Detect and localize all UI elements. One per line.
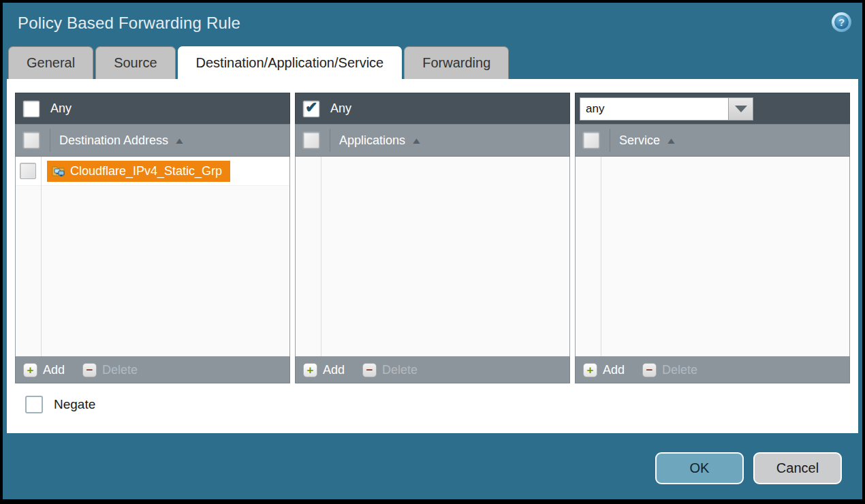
service-select-all-checkbox[interactable] <box>583 132 599 148</box>
destination-footer: + Add − Delete <box>15 356 290 383</box>
destination-row-checkbox[interactable] <box>20 163 36 179</box>
header-divider <box>610 129 610 152</box>
tab-bar: General Source Destination/Application/S… <box>3 46 862 79</box>
applications-footer: + Add − Delete <box>295 356 570 383</box>
service-delete-button[interactable]: − Delete <box>642 363 697 377</box>
cancel-button[interactable]: Cancel <box>753 452 842 484</box>
columns-container: Any Destination Address ▲ <box>7 79 858 383</box>
destination-list: Cloudflare_IPv4_Static_Grp <box>15 157 290 356</box>
destination-list-row[interactable]: Cloudflare_IPv4_Static_Grp <box>16 157 289 186</box>
chevron-down-icon <box>735 106 747 112</box>
applications-any-header: Any <box>295 93 570 124</box>
negate-label: Negate <box>54 397 95 412</box>
tab-general[interactable]: General <box>8 46 93 79</box>
address-group-icon <box>52 165 65 177</box>
destination-delete-button[interactable]: − Delete <box>82 363 138 377</box>
destination-add-button[interactable]: + Add <box>23 363 65 377</box>
delete-icon: − <box>82 363 97 377</box>
destination-column-header: Destination Address ▲ <box>15 124 290 157</box>
dropdown-button[interactable] <box>728 97 753 121</box>
delete-icon: − <box>642 363 657 377</box>
applications-column: Any Applications ▲ + Add <box>295 93 570 383</box>
applications-column-header: Applications ▲ <box>295 124 570 157</box>
checkbox-column-divider <box>601 157 601 356</box>
service-footer: + Add − Delete <box>575 356 850 383</box>
applications-list <box>295 157 570 356</box>
destination-select-all-checkbox[interactable] <box>23 132 40 148</box>
applications-delete-button[interactable]: − Delete <box>362 363 418 377</box>
help-icon[interactable]: ? <box>832 12 851 32</box>
applications-any-label: Any <box>330 101 351 116</box>
service-type-value: any <box>580 97 728 121</box>
sort-ascending-icon[interactable]: ▲ <box>665 136 677 146</box>
destination-any-header: Any <box>15 93 290 124</box>
address-group-chip[interactable]: Cloudflare_IPv4_Static_Grp <box>47 161 230 182</box>
checkbox-column-divider <box>41 157 42 356</box>
service-dropdown-header: any <box>575 93 850 124</box>
sort-ascending-icon[interactable]: ▲ <box>411 136 422 146</box>
sort-ascending-icon[interactable]: ▲ <box>174 136 185 146</box>
tab-destination-application-service[interactable]: Destination/Application/Service <box>178 46 403 79</box>
service-header-label[interactable]: Service <box>619 133 660 148</box>
policy-based-forwarding-dialog: Policy Based Forwarding Rule ? General S… <box>0 0 865 504</box>
tab-content-panel: Any Destination Address ▲ <box>7 79 858 433</box>
destination-any-checkbox[interactable] <box>23 101 40 117</box>
address-group-name: Cloudflare_IPv4_Static_Grp <box>70 164 222 178</box>
dialog-buttons: OK Cancel <box>655 452 842 484</box>
tab-source[interactable]: Source <box>95 46 175 79</box>
service-type-dropdown[interactable]: any <box>580 97 753 121</box>
applications-any-checkbox[interactable] <box>303 101 319 117</box>
service-column-header: Service ▲ <box>575 124 850 157</box>
header-divider <box>330 129 330 152</box>
destination-any-label: Any <box>50 101 72 116</box>
destination-header-label[interactable]: Destination Address <box>59 133 168 148</box>
negate-checkbox[interactable] <box>25 396 43 413</box>
negate-row: Negate <box>7 383 858 413</box>
delete-icon: − <box>362 363 377 377</box>
tab-forwarding[interactable]: Forwarding <box>404 46 509 79</box>
ok-button[interactable]: OK <box>655 452 744 484</box>
service-list <box>575 157 850 356</box>
applications-add-button[interactable]: + Add <box>303 363 345 377</box>
applications-header-label[interactable]: Applications <box>339 133 405 148</box>
checkbox-column-divider <box>321 157 321 356</box>
help-question-glyph: ? <box>834 15 849 29</box>
destination-address-column: Any Destination Address ▲ <box>15 93 290 383</box>
applications-select-all-checkbox[interactable] <box>303 132 319 148</box>
service-add-button[interactable]: + Add <box>583 363 625 377</box>
dialog-titlebar: Policy Based Forwarding Rule ? <box>3 3 862 46</box>
add-icon: + <box>23 363 37 377</box>
header-divider <box>50 129 50 152</box>
add-icon: + <box>303 363 317 377</box>
dialog-title: Policy Based Forwarding Rule <box>18 14 240 33</box>
add-icon: + <box>583 363 597 377</box>
service-column: any Service ▲ + <box>575 93 850 383</box>
